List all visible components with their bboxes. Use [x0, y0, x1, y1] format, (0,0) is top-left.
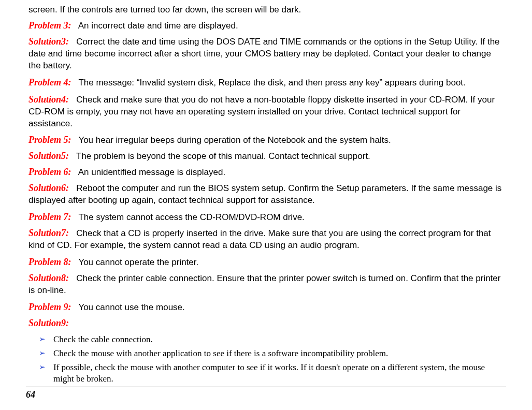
solution-6: Solution6: Reboot the computer and run t… [28, 182, 504, 207]
bullet-2-text: Check the mouse with another application… [53, 348, 504, 360]
problem-5: Problem 5: You hear irregular beeps duri… [28, 134, 504, 147]
problem-8: Problem 8: You cannot operate the printe… [28, 256, 504, 269]
bullet-2: ➢ Check the mouse with another applicati… [28, 348, 504, 360]
problem-9: Problem 9: You cannot use the mouse. [28, 301, 504, 314]
solution-4-text: Check and make sure that you do not have… [28, 95, 495, 128]
chevron-right-icon: ➢ [39, 334, 53, 344]
solution-5-label: Solution5: [28, 151, 69, 161]
problem-3-label: Problem 3: [28, 20, 71, 31]
problem-5-text: You hear irregular beeps during operatio… [78, 135, 391, 145]
problem-5-label: Problem 5: [28, 135, 71, 145]
problem-6-label: Problem 6: [28, 167, 71, 177]
solution-8-text: Check the printer cable connection. Ensu… [28, 273, 500, 295]
chevron-right-icon: ➢ [39, 362, 53, 372]
continuation-text: screen. If the controls are turned too f… [28, 4, 504, 16]
problem-6-text: An unidentified message is displayed. [78, 167, 225, 177]
bullet-1: ➢ Check the cable connection. [28, 334, 504, 346]
bullet-3-text: If possible, check the mouse with anothe… [53, 362, 504, 386]
page-footer: 64 [26, 387, 506, 401]
problem-4: Problem 4: The message: “Invalid system … [28, 76, 504, 89]
problem-8-text: You cannot operate the printer. [78, 257, 198, 267]
solution-4-label: Solution4: [28, 94, 69, 105]
problem-7: Problem 7: The system cannot access the … [28, 211, 504, 224]
problem-7-label: Problem 7: [28, 212, 71, 222]
solution-7-label: Solution7: [28, 228, 69, 238]
solution-5: Solution5: The problem is beyond the sco… [28, 150, 504, 163]
problem-9-text: You cannot use the mouse. [78, 302, 184, 312]
problem-4-label: Problem 4: [28, 77, 71, 87]
problem-3: Problem 3: An incorrect date and time ar… [28, 19, 504, 32]
solution-7-text: Check that a CD is properly inserted in … [28, 228, 491, 250]
problem-3-text: An incorrect date and time are displayed… [78, 21, 238, 31]
problem-4-text: The message: “Invalid system disk, Repla… [78, 78, 465, 87]
solution-9: Solution9: [28, 317, 504, 330]
solution-3: Solution3: Correct the date and time usi… [28, 35, 504, 72]
problem-6: Problem 6: An unidentified message is di… [28, 166, 504, 179]
solution-9-label: Solution9: [28, 318, 69, 328]
solution-6-text: Reboot the computer and run the BIOS sys… [28, 183, 501, 205]
solution-3-label: Solution3: [28, 36, 69, 47]
solution-5-text: The problem is beyond the scope of this … [76, 151, 370, 161]
chevron-right-icon: ➢ [39, 348, 53, 358]
solution-7: Solution7: Check that a CD is properly i… [28, 227, 504, 252]
problem-8-label: Problem 8: [28, 257, 71, 267]
solution-6-label: Solution6: [28, 183, 69, 193]
page-number: 64 [26, 389, 35, 400]
problem-7-text: The system cannot access the CD-ROM/DVD-… [78, 212, 304, 222]
solution-8-label: Solution8: [28, 273, 69, 283]
solution-3-text: Correct the date and time using the DOS … [28, 37, 500, 70]
solution-8: Solution8: Check the printer cable conne… [28, 272, 504, 297]
bullet-1-text: Check the cable connection. [53, 334, 504, 346]
bullet-3: ➢ If possible, check the mouse with anot… [28, 362, 504, 386]
problem-9-label: Problem 9: [28, 302, 71, 312]
solution-4: Solution4: Check and make sure that you … [28, 93, 504, 130]
